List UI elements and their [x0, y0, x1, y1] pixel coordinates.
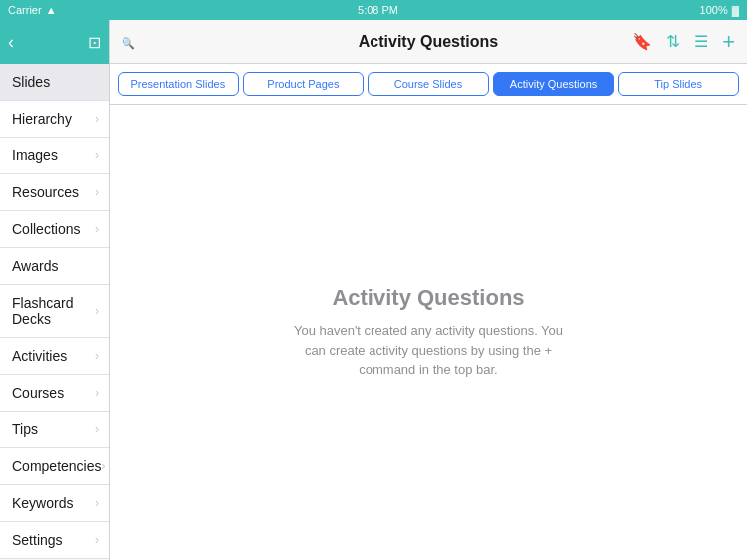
status-right: 100% ▓: [700, 4, 739, 16]
sidebar-item-label: Resources: [12, 184, 79, 200]
chevron-icon: ›: [95, 422, 99, 436]
sidebar-item-label: Flashcard Decks: [12, 295, 95, 327]
tab-label: Tip Slides: [654, 78, 702, 90]
tab-product-pages[interactable]: Product Pages: [243, 72, 365, 96]
main-content: 🔍 Activity Questions 🔖 ⇅ ☰ + Presentatio…: [110, 20, 747, 560]
sidebar-item-tips[interactable]: Tips ›: [0, 412, 109, 448]
search-box[interactable]: 🔍: [122, 33, 135, 51]
chevron-icon: ›: [95, 185, 99, 199]
tab-label: Product Pages: [267, 78, 339, 90]
chevron-icon: ›: [95, 112, 99, 126]
empty-state: Activity Questions You haven't created a…: [289, 285, 568, 380]
tab-label: Activity Questions: [510, 78, 597, 90]
sidebar-item-resources[interactable]: Resources ›: [0, 174, 109, 211]
sidebar-item-label: Slides: [12, 74, 50, 90]
sidebar-item-label: Hierarchy: [12, 111, 72, 127]
save-icon[interactable]: ⊡: [88, 33, 101, 52]
sidebar-item-label: Awards: [12, 258, 58, 274]
sidebar-header: ‹ ⊡: [0, 20, 109, 64]
nav-title: Activity Questions: [359, 33, 498, 51]
sidebar: ‹ ⊡ Slides Hierarchy › Images › Resource…: [0, 20, 110, 560]
sidebar-item-keywords[interactable]: Keywords ›: [0, 485, 109, 522]
battery-percent: 100%: [700, 4, 728, 16]
chevron-icon: ›: [95, 533, 99, 547]
nav-bar: 🔍 Activity Questions 🔖 ⇅ ☰ +: [110, 20, 747, 64]
tab-presentation-slides[interactable]: Presentation Slides: [118, 72, 239, 96]
chevron-icon: ›: [95, 148, 99, 162]
status-bar: Carrier ▲ 5:08 PM 100% ▓: [0, 0, 747, 20]
sidebar-item-label: Activities: [12, 348, 67, 364]
search-icon: 🔍: [122, 37, 135, 49]
sidebar-item-label: Keywords: [12, 495, 73, 511]
chevron-icon: ›: [95, 496, 99, 510]
sidebar-item-hierarchy[interactable]: Hierarchy ›: [0, 101, 109, 138]
sidebar-item-slides[interactable]: Slides: [0, 64, 109, 101]
nav-actions: 🔖 ⇅ ☰ +: [632, 29, 735, 55]
sidebar-item-label: Courses: [12, 385, 64, 401]
sidebar-item-flashcard-decks[interactable]: Flashcard Decks ›: [0, 285, 109, 338]
tabs-bar: Presentation Slides Product Pages Course…: [110, 64, 747, 105]
tab-label: Presentation Slides: [130, 78, 225, 90]
chevron-icon: ›: [95, 222, 99, 236]
status-left: Carrier ▲: [8, 4, 57, 16]
sidebar-item-activities[interactable]: Activities ›: [0, 338, 109, 375]
content-area: Activity Questions You haven't created a…: [110, 105, 747, 560]
carrier-label: Carrier: [8, 4, 42, 16]
sidebar-item-awards[interactable]: Awards: [0, 248, 109, 285]
wifi-icon: ▲: [46, 4, 57, 16]
sidebar-item-label: Collections: [12, 221, 80, 237]
chevron-icon: ›: [95, 349, 99, 363]
chevron-icon: ›: [95, 304, 99, 318]
tab-course-slides[interactable]: Course Slides: [368, 72, 489, 96]
empty-state-description: You haven't created any activity questio…: [289, 321, 568, 380]
tab-tip-slides[interactable]: Tip Slides: [618, 72, 739, 96]
tab-activity-questions[interactable]: Activity Questions: [493, 72, 615, 96]
sidebar-item-courses[interactable]: Courses ›: [0, 375, 109, 412]
empty-state-title: Activity Questions: [289, 285, 568, 311]
chevron-icon: ›: [102, 459, 106, 473]
sidebar-item-label: Competencies: [12, 458, 102, 474]
sidebar-item-images[interactable]: Images ›: [0, 138, 109, 174]
sort-icon[interactable]: ⇅: [666, 31, 680, 52]
add-icon[interactable]: +: [722, 29, 735, 55]
sidebar-item-label: Settings: [12, 532, 63, 548]
sidebar-item-collections[interactable]: Collections ›: [0, 211, 109, 248]
list-icon[interactable]: ☰: [694, 32, 708, 51]
sidebar-item-competencies[interactable]: Competencies ›: [0, 448, 109, 485]
sidebar-item-label: Images: [12, 147, 58, 163]
sidebar-item-label: Tips: [12, 421, 38, 437]
tab-label: Course Slides: [394, 78, 462, 90]
battery-icon: ▓: [732, 5, 739, 16]
chevron-icon: ›: [95, 386, 99, 400]
status-time: 5:08 PM: [358, 4, 398, 16]
sidebar-item-settings[interactable]: Settings ›: [0, 522, 109, 559]
bookmark-icon[interactable]: 🔖: [632, 32, 652, 51]
back-button[interactable]: ‹: [8, 32, 14, 53]
app-body: ‹ ⊡ Slides Hierarchy › Images › Resource…: [0, 20, 747, 560]
